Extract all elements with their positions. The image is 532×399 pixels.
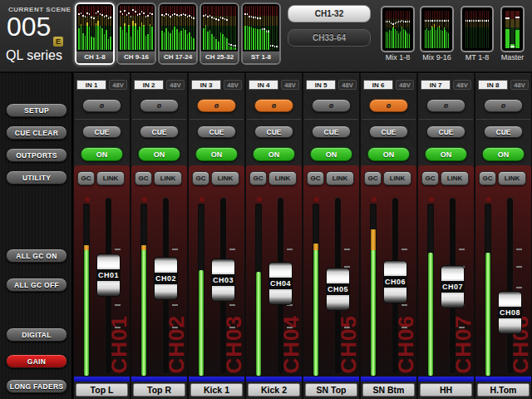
channel-on-button[interactable]: ON xyxy=(81,147,123,161)
input-meter-tab-ch-9-16[interactable]: CH 9-16 xyxy=(116,2,156,65)
phase-button[interactable]: ø xyxy=(426,99,466,112)
output-meter-mix-1-8[interactable] xyxy=(381,6,415,52)
gain-compensation-button[interactable]: GC xyxy=(192,171,209,185)
gain-compensation-button[interactable]: GC xyxy=(364,171,382,185)
fader-cap[interactable]: CH03 xyxy=(211,259,235,302)
channel-name[interactable]: Kick 2 xyxy=(248,383,300,397)
meter-peak-mark xyxy=(425,20,426,22)
link-button[interactable]: LINK xyxy=(96,171,125,185)
cue-button[interactable]: CUE xyxy=(369,126,408,138)
meter-column xyxy=(185,6,186,50)
link-button[interactable]: LINK xyxy=(268,171,297,185)
meter-peak-mark xyxy=(137,14,139,16)
meter-fill-green xyxy=(97,26,99,50)
link-button[interactable]: LINK xyxy=(326,171,354,185)
channel-name[interactable]: Top L xyxy=(76,383,128,397)
channel-name[interactable]: Kick 1 xyxy=(190,383,243,397)
link-button[interactable]: LINK xyxy=(441,171,469,185)
channel-on-button[interactable]: ON xyxy=(367,147,410,161)
input-meter-tab-ch-1-8[interactable]: CH 1-8 xyxy=(75,2,115,65)
sidebar-button-utility[interactable]: UTILITY xyxy=(6,170,67,185)
fader-cap[interactable]: CH04 xyxy=(268,262,293,305)
fader-cap-label: CH02 xyxy=(154,273,178,284)
phantom-48v-button[interactable]: 48V xyxy=(396,80,414,90)
input-meter-tab-ch-25-32[interactable]: CH 25-32 xyxy=(200,2,239,65)
link-button[interactable]: LINK xyxy=(498,171,526,185)
channel-name[interactable]: H.Tom xyxy=(477,383,530,397)
sidebar-button-long-faders[interactable]: LONG FADERS xyxy=(6,379,67,393)
sidebar-button-digital[interactable]: DIGITAL xyxy=(6,328,67,342)
bank-button-ch1-32[interactable]: CH1-32 xyxy=(288,5,371,22)
cue-button[interactable]: CUE xyxy=(140,126,179,138)
cue-button[interactable]: CUE xyxy=(197,126,236,138)
channel-on-button[interactable]: ON xyxy=(310,147,352,161)
gain-compensation-button[interactable]: GC xyxy=(421,171,439,185)
meter-peak-mark xyxy=(233,45,234,47)
phantom-48v-button[interactable]: 48V xyxy=(224,80,242,90)
output-meter-master[interactable] xyxy=(500,6,525,52)
fader-track[interactable] xyxy=(507,198,513,374)
fader-cap[interactable]: CH05 xyxy=(326,268,350,311)
link-button[interactable]: LINK xyxy=(211,171,239,185)
fader-cap[interactable]: CH02 xyxy=(154,257,178,300)
phantom-48v-button[interactable]: 48V xyxy=(510,80,529,90)
sidebar-button-outports[interactable]: OUTPORTS xyxy=(6,148,67,162)
phantom-48v-button[interactable]: 48V xyxy=(338,80,357,90)
gain-compensation-button[interactable]: GC xyxy=(135,171,152,185)
gain-compensation-button[interactable]: GC xyxy=(307,171,324,185)
phantom-48v-button[interactable]: 48V xyxy=(281,80,299,90)
input-meter-tab-ch-17-24[interactable]: CH 17-24 xyxy=(158,2,198,65)
channel-on-button[interactable]: ON xyxy=(482,147,525,161)
meter-peak-mark xyxy=(249,16,250,17)
channel-on-button[interactable]: ON xyxy=(138,147,180,161)
phase-button[interactable]: ø xyxy=(369,99,408,112)
meter-column xyxy=(476,11,477,48)
fader-cap[interactable]: CH08 xyxy=(498,291,522,334)
meter-peak-mark xyxy=(85,16,86,17)
phase-button[interactable]: ø xyxy=(197,99,236,112)
meter-peak-mark xyxy=(473,20,474,22)
meter-fill-green xyxy=(147,34,149,50)
phase-button[interactable]: ø xyxy=(254,99,293,112)
cue-button[interactable]: CUE xyxy=(312,126,351,138)
sidebar-button-setup[interactable]: SETUP xyxy=(6,103,67,117)
fader-cap[interactable]: CH07 xyxy=(441,265,465,308)
phase-button[interactable]: ø xyxy=(82,99,121,112)
link-button[interactable]: LINK xyxy=(383,171,411,185)
meter-peak-mark xyxy=(478,20,479,22)
phase-button[interactable]: ø xyxy=(140,99,179,112)
phase-button[interactable]: ø xyxy=(312,99,351,112)
output-meter-mix-9-16[interactable] xyxy=(420,6,454,52)
output-meter-mt-1-8[interactable] xyxy=(461,6,494,52)
cue-button[interactable]: CUE xyxy=(426,126,466,138)
input-meter-tab-st-1-8[interactable]: ST 1-8 xyxy=(241,2,281,65)
channel-on-button[interactable]: ON xyxy=(425,147,467,161)
channel-name[interactable]: SN Top xyxy=(305,383,357,397)
phantom-48v-button[interactable]: 48V xyxy=(166,80,185,90)
fader-cap[interactable]: CH01 xyxy=(96,254,121,297)
channel-on-button[interactable]: ON xyxy=(253,147,295,161)
meter-column xyxy=(247,6,249,50)
meter-column xyxy=(426,11,427,48)
gain-compensation-button[interactable]: GC xyxy=(479,171,496,185)
gain-compensation-button[interactable]: GC xyxy=(249,171,267,185)
sidebar-button-cue-clear[interactable]: CUE CLEAR xyxy=(6,126,67,140)
cue-button[interactable]: CUE xyxy=(254,126,293,138)
channel-name[interactable]: Top R xyxy=(133,383,185,397)
phantom-48v-button[interactable]: 48V xyxy=(453,80,471,90)
phantom-48v-button[interactable]: 48V xyxy=(109,80,127,90)
bank-button-ch33-64[interactable]: CH33-64 xyxy=(288,29,371,47)
cue-button[interactable]: CUE xyxy=(82,126,121,138)
sidebar-button-gain[interactable]: GAIN xyxy=(6,354,67,368)
channel-on-button[interactable]: ON xyxy=(195,147,238,161)
meter-column xyxy=(97,6,99,50)
phase-button[interactable]: ø xyxy=(484,99,523,112)
gain-compensation-button[interactable]: GC xyxy=(77,171,95,185)
cue-button[interactable]: CUE xyxy=(484,126,523,138)
channel-name[interactable]: SN Btm xyxy=(362,383,415,397)
channel-name[interactable]: HH xyxy=(420,383,472,397)
fader-cap[interactable]: CH06 xyxy=(383,260,407,303)
sidebar-button-all-gc-on[interactable]: ALL GC ON xyxy=(6,249,67,263)
sidebar-button-all-gc-off[interactable]: ALL GC OFF xyxy=(6,278,67,292)
link-button[interactable]: LINK xyxy=(154,171,182,185)
